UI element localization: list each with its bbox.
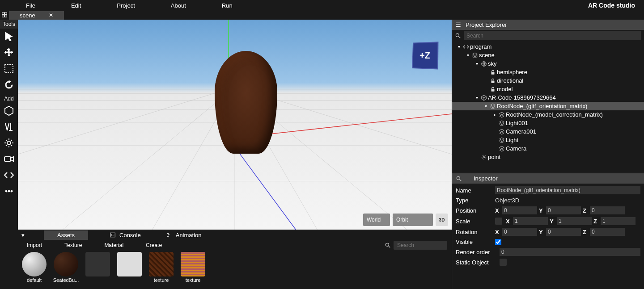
tree-item[interactable]: ▾sky	[452, 59, 644, 68]
tree-item[interactable]: ▾scene	[452, 51, 644, 59]
close-icon[interactable]: ✕	[49, 12, 53, 18]
space-select[interactable]: World	[363, 214, 390, 226]
static-label: Static Object	[456, 259, 496, 266]
collapse-icon[interactable]: ▾	[20, 232, 26, 239]
svg-rect-2	[4, 157, 11, 161]
menu-edit[interactable]: Edit	[71, 2, 99, 9]
tree-item[interactable]: Camera	[452, 144, 644, 153]
menu-icon[interactable]: ☰	[456, 21, 461, 28]
project-tree: ▾program▾scene▾skyhemispheredirectionalm…	[452, 42, 644, 173]
chevron-icon[interactable]: ▸	[491, 112, 498, 117]
viewport-3d[interactable]: +Z World Orbit 3D	[18, 20, 452, 230]
scale-y[interactable]	[557, 217, 592, 225]
tree-item[interactable]: directional	[452, 76, 644, 85]
subtab-create[interactable]: Create	[146, 242, 162, 248]
svg-rect-0	[5, 65, 13, 73]
scale-z[interactable]	[601, 217, 636, 225]
add-camera-button[interactable]	[0, 151, 18, 167]
scene-tab[interactable]: scene ✕	[9, 11, 64, 20]
bottom-panel: ▾ Assets Console Animation Import Textur…	[18, 230, 452, 289]
box-icon	[480, 95, 488, 101]
rotate-tool[interactable]	[0, 77, 18, 93]
tree-item[interactable]: ▸RootNode_(model_correction_matrix)	[452, 110, 644, 119]
scale-lock-toggle[interactable]	[495, 218, 502, 225]
tree-item-label: RootNode_(gltf_orientation_matrix)	[497, 103, 587, 109]
tree-item[interactable]: Light	[452, 136, 644, 144]
tree-item-label: directional	[497, 77, 523, 84]
tree-item[interactable]: model	[452, 85, 644, 93]
inspector-panel: Inspector Name Type Object3D Position X …	[452, 173, 644, 289]
menu-run[interactable]: Run	[222, 2, 250, 9]
tree-item[interactable]: Light001	[452, 119, 644, 127]
asset-item[interactable]: SeatedBu...	[51, 252, 80, 287]
view-cube-button[interactable]: 3D	[436, 214, 448, 226]
asset-item[interactable]: texture	[178, 252, 208, 287]
more-button[interactable]	[0, 183, 18, 199]
scale-tool[interactable]	[0, 61, 18, 77]
svg-line-29	[459, 37, 461, 38]
add-light-button[interactable]	[0, 135, 18, 151]
position-x[interactable]	[502, 206, 537, 214]
menu-about[interactable]: About	[171, 2, 204, 9]
subtab-texture[interactable]: Texture	[64, 242, 82, 248]
explorer-search-input[interactable]	[464, 31, 641, 40]
position-y[interactable]	[546, 206, 581, 214]
chevron-icon[interactable]: ▾	[465, 53, 471, 58]
name-field[interactable]	[495, 186, 640, 194]
tree-item[interactable]: ▾AR-Code-1589697329664	[452, 93, 644, 102]
tree-item[interactable]: Camera001	[452, 127, 644, 136]
axis-indicator[interactable]: +Z	[411, 42, 443, 73]
subtab-import[interactable]: Import	[27, 242, 42, 248]
axis-face-z: +Z	[412, 42, 438, 69]
tree-item-label: point	[488, 154, 500, 160]
svg-rect-33	[491, 89, 495, 91]
asset-item[interactable]: default	[20, 252, 49, 287]
svg-point-28	[456, 34, 459, 37]
inspector-title: Inspector	[474, 175, 497, 182]
rotation-y[interactable]	[546, 228, 581, 236]
assets-search-input[interactable]	[394, 241, 447, 250]
visible-checkbox[interactable]	[495, 239, 501, 245]
tree-item-label: program	[470, 43, 491, 50]
add-text-button[interactable]	[0, 119, 18, 135]
tree-item[interactable]: ▾RootNode_(gltf_orientation_matrix)	[452, 102, 644, 110]
add-code-button[interactable]	[0, 167, 18, 183]
chevron-icon[interactable]: ▾	[474, 95, 480, 100]
menu-file[interactable]: File	[26, 2, 53, 9]
subtab-material[interactable]: Material	[104, 242, 123, 248]
tree-item[interactable]: ▾program	[452, 42, 644, 51]
move-tool[interactable]	[0, 45, 18, 61]
rotation-x[interactable]	[502, 228, 537, 236]
add-scene-icon[interactable]	[0, 12, 9, 19]
chevron-icon[interactable]: ▾	[483, 104, 489, 109]
tab-console[interactable]: Console	[106, 232, 144, 239]
add-object-button[interactable]	[0, 103, 18, 119]
scene-tab-label: scene	[20, 12, 35, 19]
svg-line-27	[389, 246, 390, 248]
visible-label: Visible	[456, 239, 491, 245]
menu-project[interactable]: Project	[117, 2, 153, 9]
chevron-icon[interactable]: ▾	[474, 61, 480, 66]
static-checkbox[interactable]	[500, 259, 507, 266]
tree-item[interactable]: hemisphere	[452, 68, 644, 76]
render-order-field[interactable]	[500, 248, 640, 256]
point-icon	[480, 154, 488, 160]
chevron-icon[interactable]: ▾	[456, 44, 462, 49]
select-tool[interactable]	[0, 29, 18, 45]
tab-animation[interactable]: Animation	[162, 232, 205, 239]
rotation-z[interactable]	[590, 228, 625, 236]
svg-point-26	[386, 243, 389, 246]
explorer-header: ☰ Project Explorer	[452, 20, 644, 30]
camera-mode-select[interactable]: Orbit	[393, 214, 433, 226]
svg-line-14	[18, 87, 235, 155]
asset-item[interactable]	[115, 252, 144, 287]
tree-item-label: AR-Code-1589697329664	[488, 94, 556, 101]
svg-line-16	[63, 87, 235, 230]
asset-item[interactable]	[83, 252, 112, 287]
position-z[interactable]	[590, 206, 625, 214]
asset-item[interactable]: texture	[147, 252, 176, 287]
tree-item[interactable]: point	[452, 153, 644, 161]
scale-x[interactable]	[513, 217, 548, 225]
tab-assets[interactable]: Assets	[44, 230, 88, 240]
scene-icon	[498, 120, 506, 126]
